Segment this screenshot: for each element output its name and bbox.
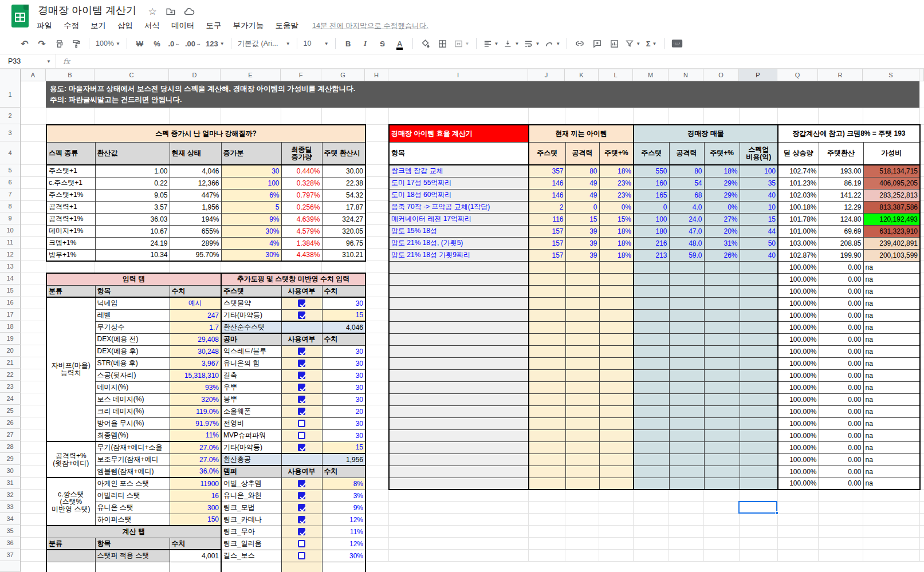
calc-col-header[interactable]: 수치 [170,538,221,550]
cell[interactable] [669,273,704,285]
cell[interactable] [599,309,634,321]
cell[interactable]: 194% [170,213,221,225]
auction-item-name[interactable] [389,453,529,466]
rowheader-16[interactable]: 16 [0,297,21,309]
rowheader-10[interactable]: 10 [0,224,21,236]
cell[interactable]: 0.22 [95,177,170,189]
input-item-name[interactable]: STR(메용 후) [95,357,170,369]
star-icon[interactable]: ☆ [147,6,158,18]
market-item-stat[interactable]: 29% [704,177,740,189]
auction-col-header[interactable]: 공격력 [669,142,704,165]
text-rotation-icon[interactable]: ▼ [544,37,560,50]
damage-gain[interactable]: 100.00% [778,261,819,273]
cell[interactable]: 22.38 [322,177,365,189]
paint-format-icon[interactable] [70,37,82,50]
input-item-name[interactable]: DEX(메용 후) [95,345,170,357]
move-folder-icon[interactable] [165,6,176,18]
menu-도움말[interactable]: 도움말 [276,21,299,31]
rowheader-12[interactable]: 12 [0,248,21,261]
rowheader-19[interactable]: 19 [0,333,21,345]
rowheader-21[interactable]: 21 [0,357,21,369]
cell[interactable] [599,478,634,490]
market-item-stat[interactable]: 160 [634,177,669,189]
last-edit-status[interactable]: 14분 전에 마지막으로 수정했습니다. [312,21,428,31]
damage-gain[interactable]: 100.00% [778,381,819,393]
text-wrap-icon[interactable]: ▼ [524,37,540,50]
cell[interactable] [529,478,565,490]
auction-col-header[interactable]: 공격력 [565,142,599,165]
stat-equivalent[interactable]: 12.29 [819,201,863,213]
cost-efficiency[interactable]: na [863,345,920,357]
cell[interactable]: 0.440% [281,165,322,177]
doping-use-header[interactable]: 사용여부 [281,333,322,345]
cell[interactable] [599,345,634,357]
damage-gain[interactable]: 100.00% [778,297,819,309]
text-color-icon[interactable]: A [394,37,406,50]
cost-efficiency[interactable]: na [863,381,920,393]
checkbox-cell[interactable] [281,345,322,357]
checked-checkbox-icon[interactable] [298,372,305,379]
sheet-grid[interactable]: 1234567891011121314151617181920212223242… [0,81,924,572]
checked-checkbox-icon[interactable] [298,396,305,403]
cell[interactable] [565,369,599,381]
cell[interactable] [634,321,669,333]
rowheader-15[interactable]: 15 [0,285,21,297]
input-item-value[interactable]: 1.7 [170,321,221,333]
checked-checkbox-icon[interactable] [298,528,305,535]
cost-efficiency[interactable]: 200,103,599 [863,249,920,261]
colheader-G[interactable]: G [321,69,365,81]
cell[interactable] [634,466,669,478]
checkbox-cell[interactable] [281,550,322,562]
input-group-label[interactable]: c.깡스탯 (스탯% 미반영 스탯) [46,478,95,526]
market-item-stat[interactable]: 180 [634,225,669,237]
cell[interactable] [704,405,740,417]
stat-equivalent[interactable]: 0.00 [819,429,863,441]
colheader-T[interactable] [919,69,924,81]
damage-gain[interactable]: 100.00% [778,345,819,357]
cell[interactable] [740,381,778,393]
auction-item-name[interactable]: 망토 21% 18성 가횟9짜리 [389,249,529,261]
doping-item-value[interactable]: 15 [322,309,365,321]
stat-equivalent[interactable]: 0.00 [819,466,863,478]
spec-increase-input[interactable]: 100 [221,177,281,189]
market-item-stat[interactable]: 27% [704,213,740,225]
stat-equivalent[interactable]: 86.19 [819,177,863,189]
calc-item-name[interactable]: 스탯퍼 적용 스탯 [95,550,170,562]
colheader-N[interactable]: N [669,69,703,81]
cell[interactable]: 1,956 [170,201,221,213]
spec-col-header[interactable]: 증가분 [221,142,281,165]
doping-item-value[interactable]: 20 [322,405,365,417]
market-item-stat[interactable]: 47.0 [669,225,704,237]
bold-icon[interactable]: B [342,37,355,50]
menu-도구[interactable]: 도구 [206,21,222,31]
cell[interactable] [704,297,740,309]
cell[interactable] [529,309,565,321]
cell[interactable] [634,405,669,417]
insert-chart-icon[interactable] [608,37,620,50]
rowheader-5[interactable]: 5 [0,164,21,176]
stat-equivalent[interactable]: 0.00 [819,381,863,393]
market-item-stat[interactable]: 40 [740,249,778,261]
cost-efficiency[interactable]: na [863,453,920,466]
checked-checkbox-icon[interactable] [298,311,305,319]
input-item-name[interactable]: 무기(잠재+에디+소울 [95,441,170,453]
doping-item-name[interactable]: 링크_모법 [221,502,281,514]
auction-col-header[interactable]: 스펙업 비용(억) [740,142,778,165]
redo-icon[interactable]: ↷ [36,37,48,50]
cell[interactable] [669,309,704,321]
cost-efficiency[interactable]: na [863,369,920,381]
auction-col-header[interactable]: 주스탯 [634,142,669,165]
menu-수정[interactable]: 수정 [64,21,79,31]
current-item-stat[interactable]: 146 [529,177,565,189]
rowheader-1[interactable]: 1 [0,81,21,108]
doping-item-name[interactable]: 링크_카데나 [221,514,281,526]
auction-item-name[interactable]: 망토 21% 18성, (가횟5) [389,237,529,249]
colheader-H[interactable]: H [365,69,388,81]
cost-efficiency[interactable]: na [863,297,920,309]
cell[interactable]: 4,046 [170,165,221,177]
calc-col-header[interactable]: 항목 [95,538,170,550]
auction-item-name[interactable] [389,345,529,357]
market-item-stat[interactable]: 550 [634,165,669,177]
current-item-stat[interactable]: 18% [599,249,634,261]
market-item-stat[interactable]: 18% [704,165,740,177]
